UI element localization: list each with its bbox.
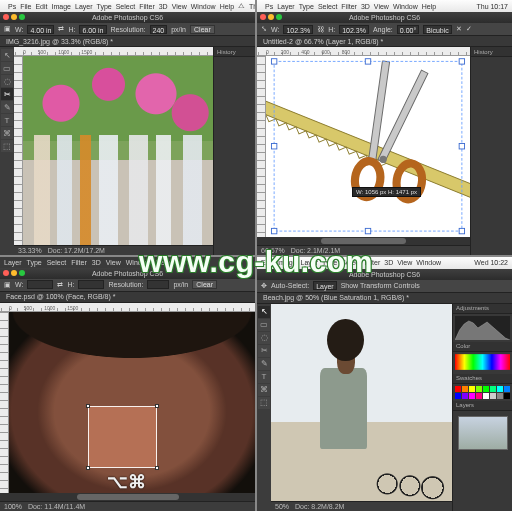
zoom-tool[interactable]: ⬚ bbox=[258, 397, 270, 409]
tools-panel[interactable]: ↖ ▭ ◌ ✂ ✎ T ⌘ ⬚ bbox=[0, 47, 14, 255]
zoom-level[interactable]: 66.67% bbox=[261, 247, 285, 254]
scroll-thumb[interactable] bbox=[77, 494, 179, 500]
brush-tool[interactable]: ✎ bbox=[258, 358, 270, 370]
document-tab[interactable]: Beach.jpg @ 50% (Blue Saturation 1, RGB/… bbox=[257, 293, 512, 304]
document-tab[interactable]: IMG_3216.jpg @ 33.3% (RGB/8) * bbox=[0, 36, 255, 47]
brush-tool[interactable]: ✎ bbox=[1, 101, 13, 113]
ruler-vertical[interactable] bbox=[257, 56, 266, 237]
crop-handle[interactable] bbox=[86, 466, 90, 470]
lasso-tool[interactable]: ◌ bbox=[258, 332, 270, 344]
panels-dock[interactable]: Adjustments Color bbox=[452, 304, 512, 512]
scrollbar-horizontal[interactable] bbox=[257, 237, 470, 245]
width-field[interactable]: 4.00 in bbox=[27, 25, 54, 34]
panel-adjustments-tab[interactable]: Adjustments bbox=[453, 304, 512, 314]
ruler-horizontal[interactable]: 0 500 1000 1500 bbox=[0, 303, 255, 312]
move-tool-icon[interactable]: ✥ bbox=[261, 282, 267, 290]
ruler-horizontal[interactable]: 0 200 400 600 800 bbox=[257, 47, 470, 56]
panel-layers-tab[interactable]: Layers bbox=[453, 401, 512, 411]
panels-dock[interactable]: History bbox=[213, 47, 255, 255]
height-field[interactable] bbox=[78, 280, 104, 289]
close-icon[interactable] bbox=[3, 270, 9, 276]
minimize-icon[interactable] bbox=[268, 14, 274, 20]
crop-marquee[interactable] bbox=[88, 406, 157, 468]
ps-menubar[interactable]: Layer Type Select Filter 3D View Window … bbox=[0, 257, 255, 268]
ps-menu-type[interactable]: Type bbox=[27, 259, 42, 266]
window-controls[interactable] bbox=[3, 14, 25, 20]
ps-menu-select[interactable]: Select bbox=[341, 259, 360, 266]
swatch[interactable] bbox=[490, 393, 496, 399]
swatch[interactable] bbox=[462, 393, 468, 399]
mac-menu-3d[interactable]: 3D bbox=[159, 3, 168, 10]
ps-menu-window[interactable]: Window bbox=[416, 259, 441, 266]
ps-app-label[interactable]: Ps bbox=[8, 3, 16, 10]
canvas[interactable]: W: 1056 px H: 1471 px bbox=[266, 56, 470, 237]
doc-info[interactable]: Doc: 17.2M/17.2M bbox=[48, 247, 105, 254]
clock[interactable]: Thu 10:17 bbox=[249, 3, 255, 10]
marquee-tool[interactable]: ▭ bbox=[258, 319, 270, 331]
auto-select-target[interactable]: Layer bbox=[313, 281, 337, 290]
mac-menu-view[interactable]: View bbox=[172, 3, 187, 10]
panel-history-body[interactable] bbox=[471, 57, 512, 255]
scrollbar-horizontal[interactable] bbox=[0, 493, 255, 501]
ps-menu-image[interactable]: Image bbox=[277, 259, 296, 266]
crop-tool[interactable]: ✂ bbox=[1, 88, 13, 100]
zoom-level[interactable]: 33.33% bbox=[18, 247, 42, 254]
mac-menu-type[interactable]: Type bbox=[97, 3, 112, 10]
ps-menu-3d[interactable]: 3D bbox=[92, 259, 101, 266]
ps-menu-view[interactable]: View bbox=[397, 259, 412, 266]
mac-menu-edit[interactable]: Edit bbox=[35, 3, 47, 10]
mac-menu-help[interactable]: Help bbox=[422, 3, 436, 10]
swap-icon[interactable]: ⇄ bbox=[58, 25, 64, 33]
clear-button[interactable]: Clear bbox=[190, 25, 215, 34]
app-titlebar[interactable]: Adobe Photoshop CS6 bbox=[0, 268, 255, 279]
swatches-grid[interactable] bbox=[455, 386, 510, 399]
mac-menu-layer[interactable]: Layer bbox=[277, 3, 295, 10]
crop-handle[interactable] bbox=[155, 466, 159, 470]
options-bar[interactable]: ▣ W: 4.00 in ⇄ H: 6.00 in Resolution: 24… bbox=[0, 23, 255, 36]
zoom-tool[interactable]: ⬚ bbox=[1, 140, 13, 152]
clock[interactable]: Wed 10:22 bbox=[474, 259, 508, 266]
ruler-vertical[interactable] bbox=[14, 56, 23, 245]
swatch[interactable] bbox=[490, 386, 496, 392]
minimize-icon[interactable] bbox=[11, 14, 17, 20]
ruler-vertical[interactable] bbox=[0, 312, 9, 494]
mac-menu-filter[interactable]: Filter bbox=[341, 3, 357, 10]
mac-menu-window[interactable]: Window bbox=[393, 3, 418, 10]
mac-menu-file[interactable]: File bbox=[20, 3, 31, 10]
panel-color-tab[interactable]: Color bbox=[453, 342, 512, 352]
mac-menu-3d[interactable]: 3D bbox=[361, 3, 370, 10]
panel-history-tab[interactable]: History bbox=[214, 47, 255, 57]
ps-menu-help[interactable]: Help bbox=[156, 259, 170, 266]
window-controls[interactable] bbox=[3, 270, 25, 276]
swap-icon[interactable]: ⇄ bbox=[57, 281, 63, 289]
mac-menu-select[interactable]: Select bbox=[116, 3, 135, 10]
swatch[interactable] bbox=[497, 393, 503, 399]
swatch[interactable] bbox=[504, 393, 510, 399]
ps-menu-filter[interactable]: Filter bbox=[71, 259, 87, 266]
layer-thumbnail[interactable] bbox=[458, 416, 508, 450]
swatch[interactable] bbox=[476, 386, 482, 392]
height-field[interactable]: 102.3% bbox=[339, 25, 369, 34]
canvas[interactable]: ⌥⌘ bbox=[9, 312, 255, 494]
app-titlebar[interactable]: Adobe Photoshop CS6 bbox=[257, 269, 512, 280]
link-icon[interactable]: ⛓ bbox=[317, 26, 324, 33]
wifi-icon[interactable]: ⧍ bbox=[238, 2, 245, 10]
clear-button[interactable]: Clear bbox=[192, 280, 217, 289]
cancel-icon[interactable]: ✕ bbox=[456, 25, 462, 33]
hand-tool[interactable]: ⌘ bbox=[1, 127, 13, 139]
height-field[interactable]: 6.00 in bbox=[79, 25, 106, 34]
canvas[interactable] bbox=[23, 56, 213, 245]
show-transform-label[interactable]: Show Transform Controls bbox=[341, 282, 420, 289]
tools-panel[interactable]: ↖ ▭ ◌ ✂ ✎ T ⌘ ⬚ bbox=[257, 304, 271, 512]
mac-menu-filter[interactable]: Filter bbox=[139, 3, 155, 10]
close-icon[interactable] bbox=[260, 14, 266, 20]
ps-menu-layer[interactable]: Layer bbox=[4, 259, 22, 266]
crop-handle[interactable] bbox=[86, 404, 90, 408]
ps-menu-select[interactable]: Select bbox=[47, 259, 66, 266]
mac-menu-layer[interactable]: Layer bbox=[75, 3, 93, 10]
swatch[interactable] bbox=[455, 386, 461, 392]
crop-icon[interactable]: ▣ bbox=[4, 281, 11, 289]
options-bar[interactable]: ✥ Auto-Select: Layer Show Transform Cont… bbox=[257, 280, 512, 293]
swatch[interactable] bbox=[483, 393, 489, 399]
layers-body[interactable] bbox=[453, 411, 512, 512]
